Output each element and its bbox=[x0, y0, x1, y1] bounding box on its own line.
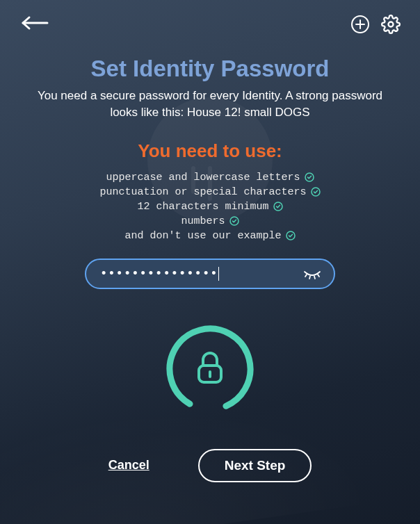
cancel-button[interactable]: Cancel bbox=[108, 458, 150, 473]
check-circle-icon bbox=[311, 187, 321, 197]
requirement-item: uppercase and lowercase letters bbox=[28, 172, 392, 183]
check-circle-icon bbox=[273, 202, 283, 211]
add-button[interactable] bbox=[350, 15, 370, 34]
check-circle-icon bbox=[229, 216, 239, 226]
page-subtitle: You need a secure password for every Ide… bbox=[28, 88, 392, 121]
text-cursor bbox=[218, 267, 219, 281]
password-strength-indicator bbox=[165, 324, 255, 414]
progress-ring-icon bbox=[165, 324, 255, 414]
svg-line-10 bbox=[305, 275, 307, 277]
requirement-item: numbers bbox=[28, 215, 392, 227]
requirement-text: numbers bbox=[181, 215, 225, 227]
requirement-item: and don't use our example bbox=[28, 230, 392, 242]
arrow-left-icon bbox=[19, 15, 50, 31]
requirements-heading: You need to use: bbox=[28, 140, 392, 162]
requirement-item: 12 characters minimum bbox=[28, 201, 392, 213]
footer-actions: Cancel Next Step bbox=[28, 449, 392, 482]
password-masked-value: ••••••••••••••• bbox=[102, 266, 303, 281]
header bbox=[0, 0, 420, 49]
svg-line-12 bbox=[314, 276, 315, 279]
settings-button[interactable] bbox=[381, 15, 401, 34]
page-title: Set Identity Password bbox=[28, 56, 392, 82]
svg-line-11 bbox=[309, 276, 310, 279]
requirement-item: punctuation or special characters bbox=[28, 186, 392, 198]
requirement-text: uppercase and lowercase letters bbox=[106, 172, 300, 183]
requirements-list: uppercase and lowercase letters punctuat… bbox=[28, 172, 392, 242]
requirement-text: 12 characters minimum bbox=[137, 201, 268, 213]
check-circle-icon bbox=[286, 231, 296, 240]
eye-closed-icon bbox=[303, 267, 321, 281]
plus-circle-icon bbox=[350, 15, 370, 34]
requirement-text: and don't use our example bbox=[124, 230, 281, 242]
requirement-text: punctuation or special characters bbox=[99, 186, 306, 198]
svg-point-14 bbox=[165, 324, 255, 414]
svg-point-4 bbox=[389, 22, 394, 27]
svg-line-13 bbox=[318, 275, 319, 277]
password-input[interactable]: ••••••••••••••• bbox=[85, 259, 335, 289]
next-step-button[interactable]: Next Step bbox=[198, 449, 312, 482]
content: Set Identity Password You need a secure … bbox=[0, 49, 420, 482]
toggle-visibility-button[interactable] bbox=[303, 267, 321, 281]
gear-icon bbox=[381, 15, 401, 34]
back-button[interactable] bbox=[19, 15, 50, 33]
check-circle-icon bbox=[305, 172, 314, 182]
